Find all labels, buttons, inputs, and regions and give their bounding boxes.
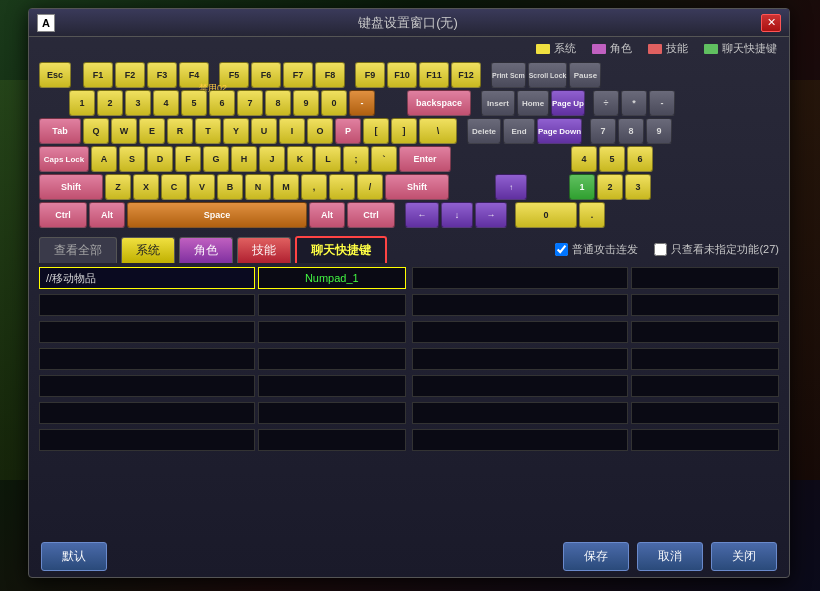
key-f[interactable]: F — [175, 146, 201, 172]
key-q[interactable]: Q — [83, 118, 109, 144]
key-space[interactable]: Space — [127, 202, 307, 228]
key-z[interactable]: Z — [105, 174, 131, 200]
normal-attack-checkbox[interactable] — [555, 243, 568, 256]
key-4[interactable]: 4 — [153, 90, 179, 116]
key-x[interactable]: X — [133, 174, 159, 200]
key-g[interactable]: G — [203, 146, 229, 172]
key-u[interactable]: U — [251, 118, 277, 144]
key-f3[interactable]: F3 — [147, 62, 177, 88]
key-y[interactable]: Y — [223, 118, 249, 144]
entry-name-6[interactable] — [39, 402, 255, 424]
key-f10[interactable]: F10 — [387, 62, 417, 88]
key-divide[interactable]: ÷ — [593, 90, 619, 116]
entry-key-3[interactable] — [258, 321, 406, 343]
key-f8[interactable]: F8 — [315, 62, 345, 88]
key-minus[interactable]: - — [349, 90, 375, 116]
key-i[interactable]: I — [279, 118, 305, 144]
key-pagedown[interactable]: Page Down — [537, 118, 582, 144]
entry-name-7[interactable] — [39, 429, 255, 451]
key-num0[interactable]: 0 — [515, 202, 577, 228]
key-arrow-down[interactable]: ↓ — [441, 202, 473, 228]
key-num1[interactable]: 1 — [569, 174, 595, 200]
key-alt-right[interactable]: Alt — [309, 202, 345, 228]
key-p[interactable]: P — [335, 118, 361, 144]
entry-name-1[interactable]: //移动物品 — [39, 267, 255, 289]
entry-key-6[interactable] — [258, 402, 406, 424]
key-0[interactable]: 0 — [321, 90, 347, 116]
key-b[interactable]: B — [217, 174, 243, 200]
entry-name-5[interactable] — [39, 375, 255, 397]
key-home[interactable]: Home — [517, 90, 549, 116]
key-scrolllock[interactable]: Scroll Lock — [528, 62, 568, 88]
key-t[interactable]: T — [195, 118, 221, 144]
save-button[interactable]: 保存 — [563, 542, 629, 571]
key-m[interactable]: M — [273, 174, 299, 200]
key-backslash[interactable]: \ — [419, 118, 457, 144]
key-insert[interactable]: Insert — [481, 90, 515, 116]
right-entry-key-7[interactable] — [631, 429, 779, 451]
tab-chat-hotkey[interactable]: 聊天快捷键 — [295, 236, 387, 263]
key-3[interactable]: 3 — [125, 90, 151, 116]
key-shift-left[interactable]: Shift — [39, 174, 103, 200]
right-entry-key-3[interactable] — [631, 321, 779, 343]
key-num9[interactable]: 9 — [646, 118, 672, 144]
key-capslock[interactable]: Caps Lock — [39, 146, 89, 172]
key-r[interactable]: R — [167, 118, 193, 144]
key-period[interactable]: . — [329, 174, 355, 200]
key-num3[interactable]: 3 — [625, 174, 651, 200]
key-arrow-right[interactable]: → — [475, 202, 507, 228]
key-num5[interactable]: 5 — [599, 146, 625, 172]
tab-view-all[interactable]: 查看全部 — [39, 237, 117, 263]
close-dialog-button[interactable]: 关闭 — [711, 542, 777, 571]
right-entry-name-4[interactable] — [412, 348, 628, 370]
key-8[interactable]: 8 — [265, 90, 291, 116]
tab-role[interactable]: 角色 — [179, 237, 233, 263]
key-arrow-left[interactable]: ← — [405, 202, 439, 228]
entry-key-7[interactable] — [258, 429, 406, 451]
key-f11[interactable]: F11 — [419, 62, 449, 88]
right-entry-name-2[interactable] — [412, 294, 628, 316]
key-6[interactable]: 6 — [209, 90, 235, 116]
key-num4[interactable]: 4 — [571, 146, 597, 172]
key-o[interactable]: O — [307, 118, 333, 144]
key-end[interactable]: End — [503, 118, 535, 144]
key-n[interactable]: N — [245, 174, 271, 200]
tab-skill[interactable]: 技能 — [237, 237, 291, 263]
entry-key-4[interactable] — [258, 348, 406, 370]
key-w[interactable]: W — [111, 118, 137, 144]
key-alt-left[interactable]: Alt — [89, 202, 125, 228]
key-1[interactable]: 1 — [69, 90, 95, 116]
cancel-button[interactable]: 取消 — [637, 542, 703, 571]
right-entry-key-6[interactable] — [631, 402, 779, 424]
key-f1[interactable]: F1 — [83, 62, 113, 88]
key-ctrl-right[interactable]: Ctrl — [347, 202, 395, 228]
entry-key-1[interactable]: Numpad_1 — [258, 267, 406, 289]
key-arrow-up[interactable]: ↑ — [495, 174, 527, 200]
key-slash[interactable]: / — [357, 174, 383, 200]
key-tab[interactable]: Tab — [39, 118, 81, 144]
key-7[interactable]: 7 — [237, 90, 263, 116]
key-5[interactable]: 5 — [181, 90, 207, 116]
key-e[interactable]: E — [139, 118, 165, 144]
key-j[interactable]: J — [259, 146, 285, 172]
entry-name-3[interactable] — [39, 321, 255, 343]
entry-key-5[interactable] — [258, 375, 406, 397]
key-multiply[interactable]: * — [621, 90, 647, 116]
right-entry-name-6[interactable] — [412, 402, 628, 424]
key-f7[interactable]: F7 — [283, 62, 313, 88]
key-num8[interactable]: 8 — [618, 118, 644, 144]
key-f9[interactable]: F9 — [355, 62, 385, 88]
key-l[interactable]: L — [315, 146, 341, 172]
right-entry-name-3[interactable] — [412, 321, 628, 343]
key-num6[interactable]: 6 — [627, 146, 653, 172]
key-h[interactable]: H — [231, 146, 257, 172]
entry-name-4[interactable] — [39, 348, 255, 370]
key-num2[interactable]: 2 — [597, 174, 623, 200]
tab-system[interactable]: 系统 — [121, 237, 175, 263]
key-s[interactable]: S — [119, 146, 145, 172]
unassigned-checkbox[interactable] — [654, 243, 667, 256]
key-pageup[interactable]: Page Up — [551, 90, 585, 116]
right-entry-name-1[interactable] — [412, 267, 628, 289]
key-d[interactable]: D — [147, 146, 173, 172]
key-delete[interactable]: Delete — [467, 118, 501, 144]
